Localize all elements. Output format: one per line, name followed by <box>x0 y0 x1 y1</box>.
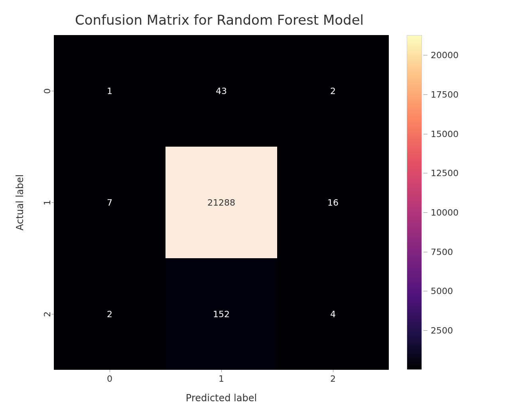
colorbar-tick-label: 10000 <box>431 208 459 218</box>
heatmap-cell: 1 <box>54 35 165 147</box>
colorbar-tick-label: 2500 <box>431 326 453 336</box>
heatmap-cell: 16 <box>277 147 389 258</box>
y-tick-1: 1 <box>34 147 50 258</box>
colorbar-tick-label: 12500 <box>431 168 459 178</box>
heatmap-cell: 2 <box>277 35 389 147</box>
x-tick-mark <box>110 370 110 372</box>
heatmap-cell: 7 <box>54 147 165 258</box>
colorbar-tick-mark <box>424 134 427 134</box>
heatmap-grid: 14327212881621524 <box>54 35 389 370</box>
colorbar-tick-label: 7500 <box>431 247 453 257</box>
colorbar-tick-label: 15000 <box>431 129 459 139</box>
x-tick-mark <box>333 370 333 372</box>
colorbar-tick-label: 5000 <box>431 286 453 296</box>
y-axis-label: Actual label <box>14 35 26 370</box>
cell-value: 16 <box>327 198 339 208</box>
colorbar-tick-mark <box>424 212 427 213</box>
colorbar-tick-mark <box>424 330 427 331</box>
heatmap-cell: 4 <box>277 258 389 370</box>
cell-value: 4 <box>330 309 336 319</box>
x-tick-2: 2 <box>277 374 389 384</box>
cell-value: 152 <box>213 309 230 319</box>
y-tick-mark <box>51 202 54 203</box>
cell-value: 2 <box>107 309 112 319</box>
cell-value: 7 <box>107 198 112 208</box>
colorbar <box>407 35 422 370</box>
colorbar-tick-mark <box>424 291 427 291</box>
x-tick-mark <box>221 370 222 372</box>
colorbar-tick-label: 17500 <box>431 90 459 100</box>
x-axis-label: Predicted label <box>54 393 389 404</box>
x-tick-0: 0 <box>54 374 165 384</box>
colorbar-tick-label: 20000 <box>431 50 459 60</box>
y-tick-0: 0 <box>34 35 50 147</box>
colorbar-tick-mark <box>424 173 427 173</box>
colorbar-tick-mark <box>424 55 427 55</box>
chart-title: Confusion Matrix for Random Forest Model <box>0 12 439 28</box>
colorbar-tick-mark <box>424 252 427 252</box>
y-tick-2: 2 <box>34 258 50 370</box>
cell-value: 21288 <box>207 198 235 208</box>
heatmap-cell: 21288 <box>165 147 277 258</box>
cell-value: 1 <box>107 86 112 96</box>
heatmap-cell: 43 <box>165 35 277 147</box>
x-tick-1: 1 <box>165 374 277 384</box>
colorbar-tick-mark <box>424 94 427 95</box>
y-tick-mark <box>51 91 54 91</box>
heatmap-cell: 2 <box>54 258 165 370</box>
heatmap-cell: 152 <box>165 258 277 370</box>
cell-value: 2 <box>330 86 336 96</box>
cell-value: 43 <box>216 86 227 96</box>
confusion-matrix-figure: Confusion Matrix for Random Forest Model… <box>0 0 524 420</box>
y-tick-mark <box>51 314 54 314</box>
